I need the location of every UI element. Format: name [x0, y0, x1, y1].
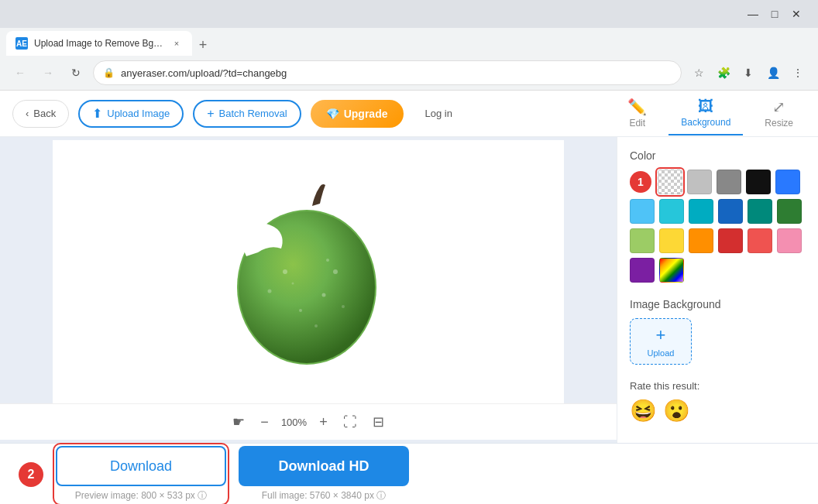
color-swatch-orange[interactable]: [689, 228, 713, 253]
color-swatch-black[interactable]: [746, 170, 771, 194]
window-controls: — □ ✕: [744, 5, 806, 23]
color-swatch-rainbow[interactable]: [659, 258, 684, 283]
edit-label: Edit: [629, 118, 645, 129]
address-actions: ☆ 🧩 ⬇ 👤 ⋮: [688, 62, 809, 84]
tab-close-button[interactable]: ×: [170, 37, 183, 50]
image-background-section: Image Background + Upload: [630, 298, 806, 365]
upload-bg-label: Upload: [648, 348, 675, 358]
background-label: Background: [681, 117, 730, 128]
extensions-button[interactable]: 🧩: [713, 62, 734, 84]
right-panel: Color 1: [617, 137, 818, 443]
fullscreen-button[interactable]: ⛶: [340, 411, 360, 434]
main-area: ☛ − 100% + ⛶ ⊟ Color 1: [0, 137, 818, 443]
color-swatch-purple[interactable]: [630, 258, 655, 283]
new-tab-button[interactable]: +: [192, 34, 214, 56]
full-info: Full image: 5760 × 3840 px ⓘ: [262, 489, 386, 502]
back-label: Back: [33, 108, 56, 119]
color-swatch-green[interactable]: [777, 199, 802, 224]
pan-tool-button[interactable]: ☛: [229, 410, 248, 434]
app-content: ‹ Back ⬆ Upload Image + Batch Removal 💎 …: [0, 91, 818, 504]
edit-icon: ✏️: [627, 98, 647, 116]
color-row-2: [630, 199, 806, 224]
upload-plus-icon: +: [656, 325, 666, 345]
canvas-toolbar: ☛ − 100% + ⛶ ⊟: [0, 403, 617, 440]
upload-image-button[interactable]: ⬆ Upload Image: [78, 100, 184, 128]
step2-badge: 2: [19, 462, 43, 487]
download-hd-button[interactable]: Download HD: [239, 446, 409, 486]
color-swatch-gray[interactable]: [717, 170, 741, 194]
profile-button[interactable]: 👤: [762, 62, 784, 84]
color-swatch-transparent[interactable]: [658, 170, 682, 194]
laugh-emoji-button[interactable]: 😆: [630, 398, 657, 423]
url-text: anyeraser.com/upload/?td=changebg: [121, 67, 672, 79]
color-swatch-light-gray[interactable]: [687, 170, 712, 194]
background-icon: 🖼: [698, 98, 713, 115]
url-bar[interactable]: 🔒 anyeraser.com/upload/?td=changebg: [93, 60, 682, 85]
tab-background[interactable]: 🖼 Background: [668, 91, 743, 135]
minimize-button[interactable]: —: [744, 5, 762, 23]
canvas-area: ☛ − 100% + ⛶ ⊟: [0, 137, 617, 443]
tab-title: Upload Image to Remove Bg in...: [34, 38, 164, 49]
svg-point-4: [299, 309, 302, 312]
upload-icon: ⬆: [92, 106, 102, 121]
active-tab[interactable]: AE Upload Image to Remove Bg in... ×: [6, 31, 192, 56]
color-swatch-teal[interactable]: [748, 199, 772, 224]
color-swatch-pink[interactable]: [777, 228, 802, 253]
diamond-icon: 💎: [326, 108, 339, 120]
resize-icon: ⤢: [772, 98, 785, 116]
zoom-level: 100%: [281, 417, 307, 428]
color-swatch-pink-dark[interactable]: [748, 228, 772, 253]
close-button[interactable]: ✕: [787, 5, 806, 23]
download-button[interactable]: Download: [56, 446, 226, 486]
step1-badge: 1: [630, 171, 651, 193]
tab-edit[interactable]: ✏️ Edit: [615, 91, 659, 136]
forward-nav-button[interactable]: →: [37, 62, 59, 84]
download-hd-section: Download HD Full image: 5760 × 3840 px ⓘ: [239, 446, 409, 502]
download-button-wrapper: Download Preview image: 800 × 533 px ⓘ: [56, 446, 226, 502]
zoom-in-button[interactable]: +: [316, 411, 331, 434]
svg-point-10: [326, 259, 329, 262]
color-swatch-dark-blue[interactable]: [718, 199, 743, 224]
bottom-bar: 2 Download Preview image: 800 × 533 px ⓘ…: [0, 443, 818, 504]
tab-bar: AE Upload Image to Remove Bg in... × +: [0, 28, 818, 56]
back-button[interactable]: ‹ Back: [12, 100, 69, 128]
upgrade-button[interactable]: 💎 Upgrade: [311, 100, 404, 128]
preview-info: Preview image: 800 × 533 px ⓘ: [75, 489, 207, 502]
svg-point-9: [292, 283, 294, 285]
split-view-button[interactable]: ⊟: [369, 410, 387, 434]
svg-point-2: [283, 269, 287, 274]
color-swatch-yellow[interactable]: [659, 228, 684, 253]
address-bar: ← → ↻ 🔒 anyeraser.com/upload/?td=changeb…: [0, 56, 818, 90]
bookmark-button[interactable]: ☆: [688, 62, 710, 84]
color-swatch-yellow-green[interactable]: [630, 228, 655, 253]
menu-button[interactable]: ⋮: [787, 62, 809, 84]
color-swatch-cyan-dark[interactable]: [689, 199, 713, 224]
color-swatch-sky[interactable]: [659, 199, 684, 224]
back-nav-button[interactable]: ←: [9, 62, 31, 84]
upload-background-button[interactable]: + Upload: [630, 318, 692, 365]
color-row-4: [630, 258, 806, 283]
maximize-button[interactable]: □: [765, 5, 784, 23]
zoom-out-button[interactable]: −: [257, 411, 272, 434]
batch-removal-button[interactable]: + Batch Removal: [193, 100, 301, 128]
back-chevron-icon: ‹: [26, 108, 29, 119]
color-swatch-blue[interactable]: [775, 170, 800, 194]
color-swatch-transparent-wrapper: [658, 170, 682, 194]
image-background-label: Image Background: [630, 298, 806, 310]
color-row-3: [630, 228, 806, 253]
login-button[interactable]: Log in: [413, 100, 465, 128]
refresh-button[interactable]: ↻: [65, 62, 87, 84]
surprised-emoji-button[interactable]: 😮: [663, 398, 690, 423]
tab-resize[interactable]: ⤢ Resize: [752, 91, 806, 136]
browser-download-button[interactable]: ⬇: [737, 62, 759, 84]
svg-point-3: [322, 293, 326, 297]
color-label: Color: [630, 149, 806, 162]
apple-image: [208, 171, 409, 372]
color-section: Color 1: [630, 149, 806, 283]
download-section: Download Preview image: 800 × 533 px ⓘ: [56, 446, 226, 502]
batch-icon: +: [207, 107, 214, 121]
color-swatch-cyan-light[interactable]: [630, 199, 655, 224]
color-swatch-red[interactable]: [718, 228, 743, 253]
emoji-row: 😆 😮: [630, 398, 806, 423]
svg-point-6: [314, 324, 318, 327]
